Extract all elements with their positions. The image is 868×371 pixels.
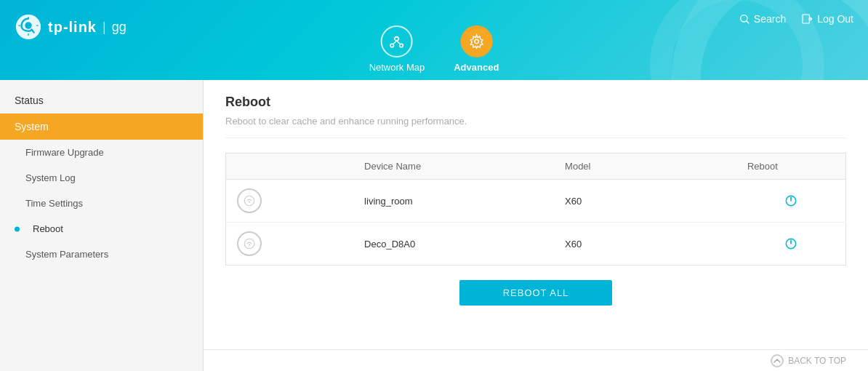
row2-device-icon xyxy=(237,231,262,256)
svg-line-5 xyxy=(393,41,397,44)
svg-rect-10 xyxy=(803,15,809,23)
row2-reboot-button[interactable] xyxy=(747,236,835,251)
sidebar-active-dot xyxy=(15,226,20,231)
sidebar-item-time-settings[interactable]: Time Settings xyxy=(0,191,203,216)
advanced-gear-icon xyxy=(468,33,484,49)
svg-line-6 xyxy=(397,41,401,44)
sidebar-label-system: System xyxy=(15,121,49,132)
sidebar-label-time-settings: Time Settings xyxy=(25,198,83,209)
up-arrow-icon xyxy=(773,356,781,365)
device-table: Device Name Model Reboot xyxy=(225,153,846,266)
search-action[interactable]: Search xyxy=(739,13,786,25)
header-nav: Network Map Advanced xyxy=(369,25,499,80)
header-decoration xyxy=(650,0,868,80)
header: tp-link | gg Network Map xyxy=(0,0,868,80)
row1-type-cell xyxy=(226,180,354,223)
col-reboot: Reboot xyxy=(736,153,846,180)
nav-item-network-map[interactable]: Network Map xyxy=(369,25,425,80)
back-to-top-icon xyxy=(771,354,784,367)
nav-icon-network-map xyxy=(381,25,413,57)
row2-reboot-cell xyxy=(736,223,846,266)
page-title: Reboot xyxy=(225,95,846,110)
svg-point-15 xyxy=(244,239,254,249)
content-area: Reboot Reboot to clear cache and enhance… xyxy=(204,80,868,371)
col-device-name: Device Name xyxy=(353,153,554,180)
table-header-row: Device Name Model Reboot xyxy=(226,153,846,180)
logo-area: tp-link | gg xyxy=(15,0,126,41)
tplink-logo-icon xyxy=(15,13,42,41)
sidebar-item-reboot[interactable]: Reboot xyxy=(0,216,203,242)
sidebar-item-system-log[interactable]: System Log xyxy=(0,165,203,191)
sidebar-label-firmware-upgrade: Firmware Upgrade xyxy=(25,147,104,158)
sidebar-label-system-parameters: System Parameters xyxy=(25,249,108,260)
nav-item-advanced[interactable]: Advanced xyxy=(454,25,499,80)
sidebar-label-reboot: Reboot xyxy=(33,223,63,234)
row1-device-name: living_room xyxy=(353,180,554,223)
nav-label-advanced: Advanced xyxy=(454,62,499,73)
sidebar-item-status[interactable]: Status xyxy=(0,87,203,113)
table-row: Deco_D8A0 X60 xyxy=(226,223,846,266)
reboot-all-button[interactable]: REBOOT ALL xyxy=(459,280,613,306)
row1-model: X60 xyxy=(554,180,736,223)
col-model: Model xyxy=(554,153,736,180)
svg-point-12 xyxy=(249,201,250,202)
main-layout: Status System Firmware Upgrade System Lo… xyxy=(0,80,868,371)
logout-action[interactable]: Log Out xyxy=(800,13,853,25)
svg-point-2 xyxy=(395,37,399,41)
sidebar-item-firmware-upgrade[interactable]: Firmware Upgrade xyxy=(0,140,203,165)
row2-type-cell xyxy=(226,223,354,266)
router-icon xyxy=(243,194,256,207)
network-map-icon xyxy=(389,33,405,49)
svg-line-9 xyxy=(747,21,749,23)
router-icon-2 xyxy=(243,237,256,250)
nav-icon-advanced xyxy=(460,25,492,57)
logout-label: Log Out xyxy=(817,13,853,25)
power-icon-2 xyxy=(784,236,798,251)
page-description: Reboot to clear cache and enhance runnin… xyxy=(225,116,846,138)
logo-separator: | xyxy=(103,20,106,35)
row2-model: X60 xyxy=(554,223,736,266)
svg-point-16 xyxy=(249,244,250,245)
nav-label-network-map: Network Map xyxy=(369,62,425,73)
row1-reboot-cell xyxy=(736,180,846,223)
svg-point-11 xyxy=(244,196,254,206)
power-icon xyxy=(784,194,798,208)
logo-text: tp-link xyxy=(48,19,97,36)
row1-device-icon xyxy=(237,188,262,213)
col-type xyxy=(226,153,354,180)
table-row: living_room X60 xyxy=(226,180,846,223)
sidebar: Status System Firmware Upgrade System Lo… xyxy=(0,80,204,371)
sidebar-label-system-log: System Log xyxy=(25,172,76,183)
sidebar-item-system[interactable]: System xyxy=(0,113,203,140)
row1-reboot-button[interactable] xyxy=(747,194,835,208)
header-actions: Search Log Out xyxy=(739,13,853,25)
logout-icon xyxy=(800,13,813,25)
sidebar-item-system-parameters[interactable]: System Parameters xyxy=(0,242,203,267)
svg-point-7 xyxy=(475,39,479,44)
footer: BACK TO TOP xyxy=(204,349,868,371)
back-to-top-label[interactable]: BACK TO TOP xyxy=(788,356,846,366)
reboot-all-container: REBOOT ALL xyxy=(225,280,846,306)
row2-device-name: Deco_D8A0 xyxy=(353,223,554,266)
search-label: Search xyxy=(754,13,786,25)
sidebar-label-status: Status xyxy=(15,95,44,106)
logo-gg: gg xyxy=(112,20,126,35)
search-icon xyxy=(739,13,750,25)
svg-point-1 xyxy=(25,22,32,28)
